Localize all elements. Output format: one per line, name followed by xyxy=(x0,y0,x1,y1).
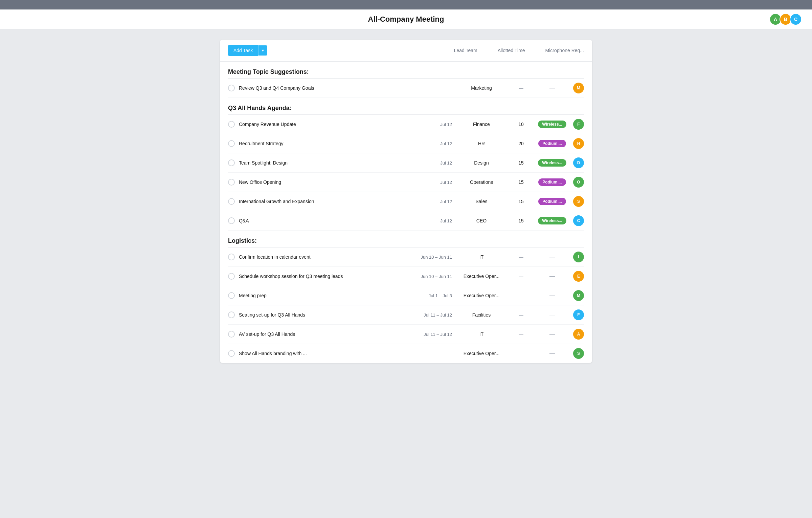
task-date: Jul 11 – Jul 12 xyxy=(415,312,452,318)
task-time: 15 xyxy=(511,218,531,223)
task-team: Executive Oper... xyxy=(456,351,507,356)
mic-badge[interactable]: Podium ... xyxy=(538,198,566,205)
mic-badge[interactable]: Podium ... xyxy=(538,140,566,147)
task-mic: — xyxy=(535,85,569,91)
task-time: — xyxy=(511,351,531,356)
toolbar-column-2: Microphone Req... xyxy=(545,48,584,53)
task-avatar: M xyxy=(573,83,584,93)
task-checkbox[interactable] xyxy=(228,273,235,280)
task-team: IT xyxy=(456,331,507,337)
section-title-2: Logistics: xyxy=(228,237,257,244)
task-team: Sales xyxy=(456,199,507,204)
task-date: Jun 10 – Jun 11 xyxy=(415,255,452,260)
task-avatar: C xyxy=(573,215,584,226)
task-checkbox[interactable] xyxy=(228,217,235,224)
task-time: 20 xyxy=(511,141,531,146)
task-team: Facilities xyxy=(456,312,507,318)
task-date: Jun 10 – Jun 11 xyxy=(415,274,452,279)
top-bar xyxy=(0,0,812,9)
task-team: HR xyxy=(456,141,507,146)
task-row: Review Q3 and Q4 Company GoalsMarketing—… xyxy=(228,79,584,98)
task-row: Recruitment StrategyJul 12HR20Podium ...… xyxy=(228,134,584,153)
task-date: Jul 12 xyxy=(415,180,452,185)
task-name: Meeting prep xyxy=(239,293,411,298)
task-mic: Podium ... xyxy=(535,198,569,205)
task-time: 15 xyxy=(511,199,531,204)
section-title-0: Meeting Topic Suggestions: xyxy=(228,68,309,75)
task-row: International Growth and ExpansionJul 12… xyxy=(228,192,584,211)
task-avatar: E xyxy=(573,271,584,282)
task-avatar: S xyxy=(573,348,584,359)
task-checkbox[interactable] xyxy=(228,350,235,357)
task-row: Meeting prepJul 1 – Jul 3Executive Oper.… xyxy=(228,286,584,305)
section-title-1: Q3 All Hands Agenda: xyxy=(228,105,292,112)
task-checkbox[interactable] xyxy=(228,198,235,205)
task-row: Q&AJul 12CEO15Wireless...C xyxy=(228,211,584,231)
section-header-1: Q3 All Hands Agenda: xyxy=(228,98,584,114)
task-mic: — xyxy=(535,273,569,279)
task-time: 15 xyxy=(511,160,531,166)
task-avatar: M xyxy=(573,290,584,301)
task-date: Jul 12 xyxy=(415,218,452,223)
task-time: 10 xyxy=(511,122,531,127)
task-mic: Wireless... xyxy=(535,159,569,167)
task-name: AV set-up for Q3 All Hands xyxy=(239,331,411,337)
task-mic: — xyxy=(535,293,569,299)
task-avatar: S xyxy=(573,196,584,207)
task-team: CEO xyxy=(456,218,507,223)
task-row: AV set-up for Q3 All HandsJul 11 – Jul 1… xyxy=(228,325,584,344)
task-team: Operations xyxy=(456,179,507,185)
task-checkbox[interactable] xyxy=(228,140,235,147)
task-time: — xyxy=(511,274,531,279)
task-date: Jul 1 – Jul 3 xyxy=(415,293,452,298)
task-checkbox[interactable] xyxy=(228,121,235,128)
task-date: Jul 12 xyxy=(415,199,452,204)
task-avatar: I xyxy=(573,252,584,262)
task-checkbox[interactable] xyxy=(228,85,235,91)
mic-badge[interactable]: Wireless... xyxy=(538,217,566,224)
mic-badge[interactable]: Wireless... xyxy=(538,159,566,167)
main-content: Add Task ▾ Lead TeamAllotted TimeMicroph… xyxy=(220,40,592,363)
task-mic: Podium ... xyxy=(535,178,569,186)
task-checkbox[interactable] xyxy=(228,179,235,186)
task-mic: Podium ... xyxy=(535,140,569,147)
task-team: Marketing xyxy=(456,85,507,91)
task-avatar: H xyxy=(573,138,584,149)
task-checkbox[interactable] xyxy=(228,254,235,260)
task-checkbox[interactable] xyxy=(228,331,235,338)
task-date: Jul 12 xyxy=(415,122,452,127)
task-name: Show All Hands branding with ... xyxy=(239,351,411,356)
mic-badge[interactable]: Wireless... xyxy=(538,121,566,128)
toolbar-column-0: Lead Team xyxy=(454,48,477,53)
task-avatar: F xyxy=(573,119,584,130)
task-row: Schedule workshop session for Q3 meeting… xyxy=(228,267,584,286)
task-row: Confirm location in calendar eventJun 10… xyxy=(228,247,584,267)
task-checkbox[interactable] xyxy=(228,311,235,318)
task-team: Finance xyxy=(456,122,507,127)
task-date: Jul 12 xyxy=(415,141,452,146)
mic-badge[interactable]: Podium ... xyxy=(538,178,566,186)
task-checkbox[interactable] xyxy=(228,159,235,166)
task-date: Jul 12 xyxy=(415,160,452,166)
toolbar: Add Task ▾ Lead TeamAllotted TimeMicroph… xyxy=(220,40,592,62)
task-time: — xyxy=(511,254,531,260)
task-time: — xyxy=(511,312,531,318)
task-row: Seating set-up for Q3 All HandsJul 11 – … xyxy=(228,305,584,325)
sections-container: Meeting Topic Suggestions:Review Q3 and … xyxy=(220,62,592,363)
header: All-Company Meeting ABC xyxy=(0,9,812,29)
task-name: Schedule workshop session for Q3 meeting… xyxy=(239,274,411,279)
task-team: Executive Oper... xyxy=(456,274,507,279)
add-task-button[interactable]: Add Task xyxy=(228,45,258,56)
add-task-dropdown-button[interactable]: ▾ xyxy=(258,45,267,56)
task-name: Q&A xyxy=(239,218,411,223)
task-mic: — xyxy=(535,331,569,337)
section-header-0: Meeting Topic Suggestions: xyxy=(228,62,584,78)
task-avatar: D xyxy=(573,157,584,168)
add-task-group: Add Task ▾ xyxy=(228,45,267,56)
task-checkbox[interactable] xyxy=(228,292,235,299)
toolbar-column-1: Allotted Time xyxy=(498,48,525,53)
task-time: — xyxy=(511,331,531,337)
task-time: — xyxy=(511,293,531,298)
task-mic: Wireless... xyxy=(535,217,569,224)
task-row: Show All Hands branding with ...Executiv… xyxy=(228,344,584,363)
